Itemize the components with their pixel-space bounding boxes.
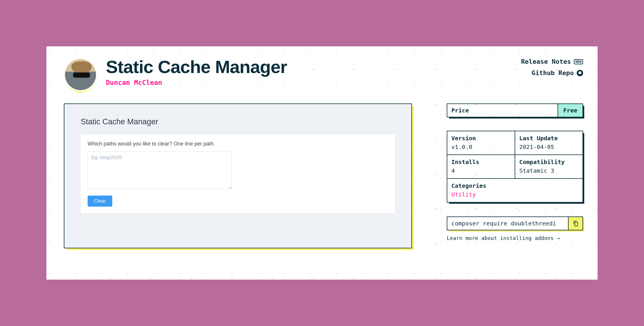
category-link[interactable]: Utility bbox=[451, 191, 476, 198]
github-icon bbox=[577, 70, 583, 76]
author-avatar[interactable] bbox=[64, 58, 97, 91]
paths-textarea[interactable] bbox=[88, 152, 232, 189]
author-link[interactable]: Duncan McClean bbox=[106, 79, 512, 86]
install-command[interactable]: composer require doublethreedi bbox=[447, 217, 568, 230]
clear-paths-card: Which paths would you like to clear? One… bbox=[81, 134, 395, 214]
price-label: Price bbox=[447, 104, 558, 117]
learn-more: Learn more about installing addons → bbox=[447, 235, 583, 241]
install-command-box: composer require doublethreedi bbox=[447, 216, 583, 230]
clipboard-icon bbox=[573, 221, 579, 227]
installs-label: Installs bbox=[451, 159, 511, 165]
github-repo-link[interactable]: Github Repo bbox=[521, 69, 583, 77]
compat-value: Statamic 3 bbox=[519, 167, 554, 174]
last-update-value: 2021-04-05 bbox=[519, 143, 554, 150]
release-notes-link[interactable]: Release Notes NEW bbox=[521, 58, 583, 65]
installing-addons-link[interactable]: installing addons bbox=[500, 235, 553, 241]
price-value: Free bbox=[558, 104, 583, 117]
copy-button[interactable] bbox=[568, 217, 583, 230]
github-repo-label: Github Repo bbox=[531, 69, 574, 77]
version-label: Version bbox=[451, 135, 511, 142]
release-notes-label: Release Notes bbox=[521, 58, 571, 65]
screenshot-title: Static Cache Manager bbox=[81, 117, 395, 126]
installs-value: 4 bbox=[451, 167, 455, 174]
addon-title: Static Cache Manager bbox=[106, 58, 512, 76]
compat-label: Compatibility bbox=[519, 159, 578, 165]
paths-prompt: Which paths would you like to clear? One… bbox=[88, 141, 388, 147]
clear-button[interactable]: Clear bbox=[88, 196, 112, 207]
screenshot-panel: Static Cache Manager Which paths would y… bbox=[64, 103, 412, 248]
version-value: v1.0.0 bbox=[451, 143, 472, 150]
price-box: Price Free bbox=[447, 103, 583, 117]
categories-label: Categories bbox=[451, 182, 578, 189]
last-update-label: Last Update bbox=[519, 135, 578, 142]
meta-table: Version v1.0.0 Last Update 2021-04-05 In… bbox=[447, 131, 583, 203]
new-badge-icon: NEW bbox=[574, 59, 583, 64]
